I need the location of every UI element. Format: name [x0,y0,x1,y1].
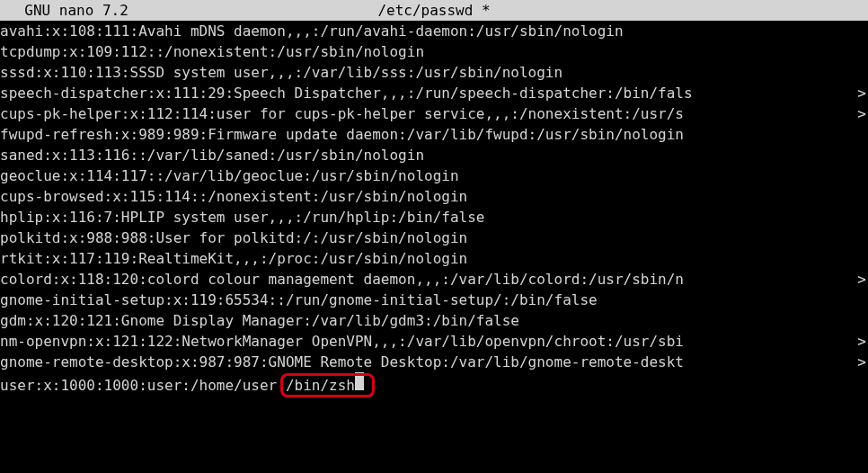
truncate-indicator: > [857,103,866,124]
file-line[interactable]: saned:x:113:116::/var/lib/saned:/usr/sbi… [0,145,868,165]
file-line[interactable]: tcpdump:x:109:112::/nonexistent:/usr/sbi… [0,41,868,62]
file-line-text: hplip:x:116:7:HPLIP system user,,,:/run/… [0,209,484,226]
file-line[interactable]: fwupd-refresh:x:989:989:Firmware update … [0,124,868,145]
title-bar: GNU nano 7.2 /etc/passwd * [0,0,868,21]
truncate-indicator: > [857,331,866,352]
editor-content[interactable]: avahi:x:108:111:Avahi mDNS daemon,,,:/ru… [0,21,868,396]
file-line-text: nm-openvpn:x:121:122:NetworkManager Open… [0,333,684,350]
file-line-text: tcpdump:x:109:112::/nonexistent:/usr/sbi… [0,43,424,60]
file-line[interactable]: gnome-initial-setup:x:119:65534::/run/gn… [0,290,868,310]
file-line-cursor[interactable]: user:x:1000:1000:user:/home/user:/bin/zs… [0,372,868,396]
file-line-text: sssd:x:110:113:SSSD system user,,,:/var/… [0,64,562,81]
file-line-text: colord:x:118:120:colord colour managemen… [0,271,684,288]
file-line-text: cups-browsed:x:115:114::/nonexistent:/us… [0,188,467,205]
file-line[interactable]: cups-browsed:x:115:114::/nonexistent:/us… [0,186,868,207]
file-line[interactable]: speech-dispatcher:x:111:29:Speech Dispat… [0,83,868,103]
file-line[interactable]: gnome-remote-desktop:x:987:987:GNOME Rem… [0,352,868,372]
file-line[interactable]: gdm:x:120:121:Gnome Display Manager:/var… [0,310,868,331]
editor-filename: /etc/passwd * [0,0,868,21]
file-line-text: fwupd-refresh:x:989:989:Firmware update … [0,126,684,143]
truncate-indicator: > [857,83,866,103]
file-line-text: geoclue:x:114:117::/var/lib/geoclue:/usr… [0,167,459,184]
file-line[interactable]: hplip:x:116:7:HPLIP system user,,,:/run/… [0,207,868,228]
file-line[interactable]: geoclue:x:114:117::/var/lib/geoclue:/usr… [0,165,868,186]
file-line-text: avahi:x:108:111:Avahi mDNS daemon,,,:/ru… [0,22,624,40]
file-line[interactable]: colord:x:118:120:colord colour managemen… [0,269,868,290]
cursor-line-shell-path: /bin/zsh [286,377,355,394]
file-line[interactable]: avahi:x:108:111:Avahi mDNS daemon,,,:/ru… [0,21,868,41]
file-line[interactable]: rtkit:x:117:119:RealtimeKit,,,:/proc:/us… [0,248,868,269]
text-cursor [355,372,364,390]
cursor-line-prefix: user:x:1000:1000:user:/home/user: [0,377,286,394]
truncate-indicator: > [857,269,866,290]
file-line[interactable]: nm-openvpn:x:121:122:NetworkManager Open… [0,331,868,352]
file-line-text: cups-pk-helper:x:112:114:user for cups-p… [0,105,684,122]
file-line-text: speech-dispatcher:x:111:29:Speech Dispat… [0,85,693,102]
file-line[interactable]: polkitd:x:988:988:User for polkitd:/:/us… [0,228,868,248]
file-line-text: saned:x:113:116::/var/lib/saned:/usr/sbi… [0,147,424,164]
file-line-text: rtkit:x:117:119:RealtimeKit,,,:/proc:/us… [0,250,467,267]
file-line-text: polkitd:x:988:988:User for polkitd:/:/us… [0,229,467,246]
file-line[interactable]: cups-pk-helper:x:112:114:user for cups-p… [0,103,868,124]
file-line[interactable]: sssd:x:110:113:SSSD system user,,,:/var/… [0,62,868,83]
truncate-indicator: > [857,352,866,372]
file-line-text: gdm:x:120:121:Gnome Display Manager:/var… [0,312,519,329]
file-line-text: gnome-remote-desktop:x:987:987:GNOME Rem… [0,353,684,370]
file-line-text: gnome-initial-setup:x:119:65534::/run/gn… [0,291,598,308]
